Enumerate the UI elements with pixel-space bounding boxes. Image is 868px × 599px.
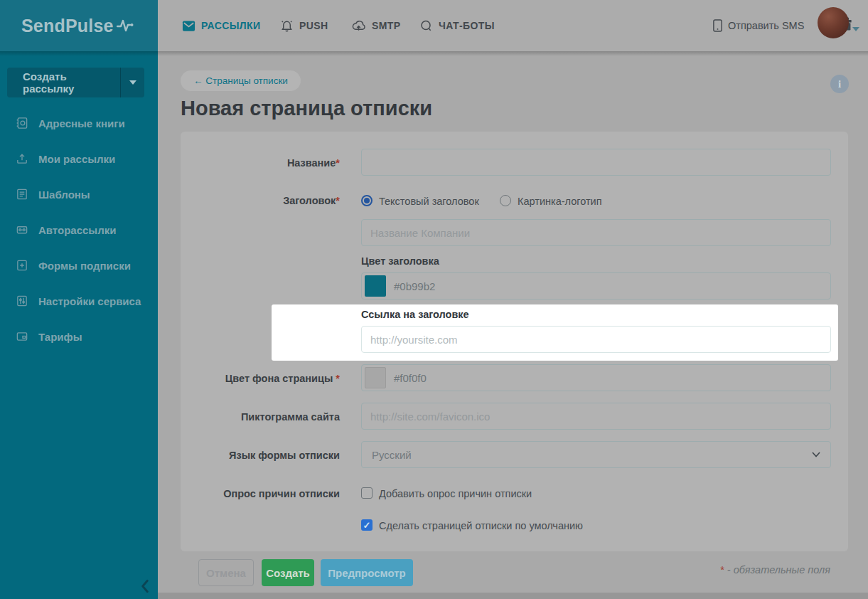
radio-text-header[interactable] xyxy=(361,195,373,206)
name-input[interactable] xyxy=(361,149,831,176)
sidebar-item-service-settings[interactable]: Настройки сервиса xyxy=(0,289,158,313)
account-caret-icon[interactable] xyxy=(852,27,859,31)
company-name-input[interactable] xyxy=(361,219,831,246)
logo-text: SendPulse xyxy=(21,16,114,36)
header-label: Заголовок* xyxy=(181,195,340,206)
page-bottom-strip xyxy=(158,593,868,599)
chat-bubble-icon xyxy=(419,19,433,33)
address-book-icon xyxy=(16,117,28,129)
survey-label: Опрос причин отписки xyxy=(181,488,340,499)
preview-button[interactable]: Предпросмотр xyxy=(321,559,413,586)
sidebar-item-label: Мои рассылки xyxy=(38,153,115,165)
header-color-picker[interactable]: #0b99b2 xyxy=(361,272,831,300)
logo[interactable]: SendPulse xyxy=(0,0,158,51)
required-asterisk: * xyxy=(720,564,724,576)
bg-color-label: Цвет фона страницы * xyxy=(181,373,340,384)
settings-sliders-icon xyxy=(16,295,28,307)
template-icon xyxy=(16,188,28,201)
sidebar-item-label: Тарифы xyxy=(38,331,82,343)
pricing-card-icon xyxy=(16,330,28,343)
required-fields-note: * - обязательные поля xyxy=(617,564,830,576)
required-asterisk: * xyxy=(336,157,340,169)
chevron-down-icon xyxy=(812,452,820,457)
radio-image-logo[interactable] xyxy=(500,195,511,206)
favicon-label: Пиктограмма сайта xyxy=(181,411,340,423)
sidebar-item-label: Авторассылки xyxy=(38,224,116,236)
bg-color-swatch[interactable] xyxy=(365,367,386,388)
sidebar-item-pricing[interactable]: Тарифы xyxy=(0,324,158,349)
form-card: Название* Заголовок* Текстовый заголовок… xyxy=(181,132,848,551)
sidebar-item-autoresponders[interactable]: Авторассылки xyxy=(0,218,158,242)
autoresponder-icon xyxy=(16,223,28,236)
mail-icon xyxy=(182,19,195,33)
send-sms-button[interactable]: Отправить SMS xyxy=(712,0,804,51)
default-page-checkbox[interactable]: ✓ xyxy=(361,519,373,531)
name-label: Название* xyxy=(181,157,340,169)
avatar[interactable] xyxy=(818,7,849,38)
sidebar-item-label: Адресные книги xyxy=(38,117,125,129)
sidebar-item-subscription-forms[interactable]: Формы подписки xyxy=(0,253,158,277)
header-link-label: Ссылка на заголовке xyxy=(361,309,469,320)
tab-smtp[interactable]: SMTP xyxy=(351,0,401,51)
tab-chatbots[interactable]: ЧАТ-БОТЫ xyxy=(419,0,495,51)
create-campaign-dropdown[interactable] xyxy=(120,68,144,97)
subscription-form-icon xyxy=(16,259,28,272)
back-link-label: ← Страницы отписки xyxy=(193,75,288,86)
tab-mailings[interactable]: РАССЫЛКИ xyxy=(182,0,260,51)
info-icon[interactable]: i xyxy=(830,75,849,93)
app-window: РАССЫЛКИ PUSH SMTP ЧАТ-БОТЫ xyxy=(0,0,868,599)
header-link-input[interactable] xyxy=(361,326,831,353)
check-icon: ✓ xyxy=(363,521,371,530)
pulse-icon xyxy=(117,18,134,33)
header-link-highlight: Ссылка на заголовке xyxy=(272,304,838,361)
required-asterisk: * xyxy=(336,373,340,384)
sidebar-collapse-button[interactable] xyxy=(139,579,155,595)
header-color-label: Цвет заголовка xyxy=(361,255,439,267)
favicon-input[interactable] xyxy=(361,403,831,430)
phone-icon xyxy=(712,18,723,33)
create-campaign-label: Создать рассылку xyxy=(7,70,120,95)
sidebar-item-my-campaigns[interactable]: Мои рассылки xyxy=(0,147,158,171)
survey-checkbox[interactable] xyxy=(361,487,373,499)
chevron-left-icon xyxy=(139,579,151,593)
cloud-upload-icon xyxy=(351,19,366,33)
campaign-send-icon xyxy=(16,152,28,165)
page-title: Новая страница отписки xyxy=(181,97,432,120)
tab-push[interactable]: PUSH xyxy=(280,0,328,51)
cancel-button[interactable]: Отмена xyxy=(198,559,254,586)
language-select[interactable]: Русский xyxy=(361,441,831,468)
create-button[interactable]: Создать xyxy=(262,559,314,586)
sidebar: SendPulse Создать рассылку Адресные книг… xyxy=(0,0,158,599)
tab-smtp-label: SMTP xyxy=(372,20,401,31)
send-sms-label: Отправить SMS xyxy=(728,20,804,31)
required-asterisk: * xyxy=(336,195,340,206)
tab-mailings-label: РАССЫЛКИ xyxy=(201,20,260,31)
create-campaign-button[interactable]: Создать рассылку xyxy=(7,68,144,97)
back-link[interactable]: ← Страницы отписки xyxy=(181,70,301,91)
sidebar-item-label: Шаблоны xyxy=(38,189,90,201)
sidebar-item-label: Настройки сервиса xyxy=(38,295,141,307)
radio-image-logo-label[interactable]: Картинка-логотип xyxy=(518,196,602,207)
survey-checkbox-label[interactable]: Добавить опрос причин отписки xyxy=(379,488,532,499)
sidebar-item-address-books[interactable]: Адресные книги xyxy=(0,111,158,135)
sidebar-item-templates[interactable]: Шаблоны xyxy=(0,182,158,206)
tab-chatbots-label: ЧАТ-БОТЫ xyxy=(439,20,495,31)
header-color-swatch[interactable] xyxy=(365,275,386,297)
chevron-down-icon xyxy=(129,80,136,85)
default-page-checkbox-label[interactable]: Сделать страницей отписки по умолчанию xyxy=(379,520,583,531)
header-color-value: #0b99b2 xyxy=(394,280,435,292)
radio-text-header-label[interactable]: Текстовый заголовок xyxy=(379,196,479,207)
bell-icon xyxy=(280,19,294,33)
tab-push-label: PUSH xyxy=(299,20,328,31)
bg-color-value: #f0f0f0 xyxy=(394,372,427,384)
bg-color-picker[interactable]: #f0f0f0 xyxy=(361,364,831,391)
language-value: Русский xyxy=(372,449,412,461)
sidebar-item-label: Формы подписки xyxy=(38,260,131,272)
language-label: Язык формы отписки xyxy=(181,450,340,461)
